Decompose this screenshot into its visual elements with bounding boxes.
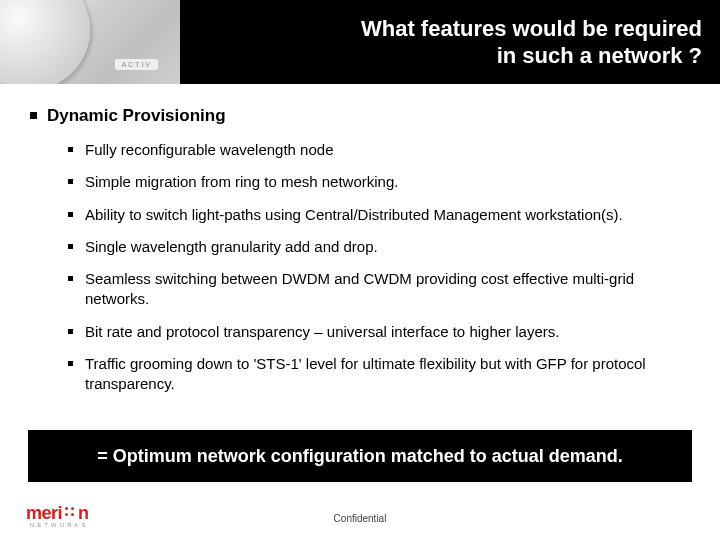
conclusion-banner: = Optimum network configuration matched …: [28, 430, 692, 482]
list-item: Simple migration from ring to mesh netwo…: [68, 172, 690, 192]
confidential-label: Confidential: [0, 513, 720, 524]
slide: What features would be required in such …: [0, 0, 720, 540]
bullet-list: Fully reconfigurable wavelength node Sim…: [30, 140, 690, 394]
bullet-square-icon: [30, 112, 37, 119]
header-title-band: What features would be required in such …: [180, 0, 720, 84]
list-item: Single wavelength granularity add and dr…: [68, 237, 690, 257]
section-heading: Dynamic Provisioning: [30, 106, 690, 126]
bullet-square-icon: [68, 276, 73, 281]
list-item: Traffic grooming down to 'STS-1' level f…: [68, 354, 690, 395]
bullet-square-icon: [68, 179, 73, 184]
bullet-square-icon: [68, 147, 73, 152]
conclusion-text: = Optimum network configuration matched …: [97, 446, 623, 467]
list-item-text: Bit rate and protocol transparency – uni…: [85, 322, 690, 342]
slide-title: What features would be required in such …: [361, 15, 702, 70]
list-item-text: Traffic grooming down to 'STS-1' level f…: [85, 354, 690, 395]
list-item: Ability to switch light-paths using Cent…: [68, 205, 690, 225]
header: What features would be required in such …: [0, 0, 720, 84]
bullet-square-icon: [68, 329, 73, 334]
header-decorative-photo: [0, 0, 180, 84]
list-item-text: Single wavelength granularity add and dr…: [85, 237, 690, 257]
title-line-1: What features would be required: [361, 16, 702, 41]
bullet-square-icon: [68, 361, 73, 366]
list-item-text: Seamless switching between DWDM and CWDM…: [85, 269, 690, 310]
list-item: Fully reconfigurable wavelength node: [68, 140, 690, 160]
title-line-2: in such a network ?: [497, 43, 702, 68]
footer: merin NETWORKS Confidential: [0, 500, 720, 530]
list-item-text: Ability to switch light-paths using Cent…: [85, 205, 690, 225]
list-item-text: Simple migration from ring to mesh netwo…: [85, 172, 690, 192]
section-heading-text: Dynamic Provisioning: [47, 106, 226, 126]
list-item: Seamless switching between DWDM and CWDM…: [68, 269, 690, 310]
list-item-text: Fully reconfigurable wavelength node: [85, 140, 690, 160]
bullet-square-icon: [68, 244, 73, 249]
slide-body: Dynamic Provisioning Fully reconfigurabl…: [0, 84, 720, 394]
bullet-square-icon: [68, 212, 73, 217]
list-item: Bit rate and protocol transparency – uni…: [68, 322, 690, 342]
